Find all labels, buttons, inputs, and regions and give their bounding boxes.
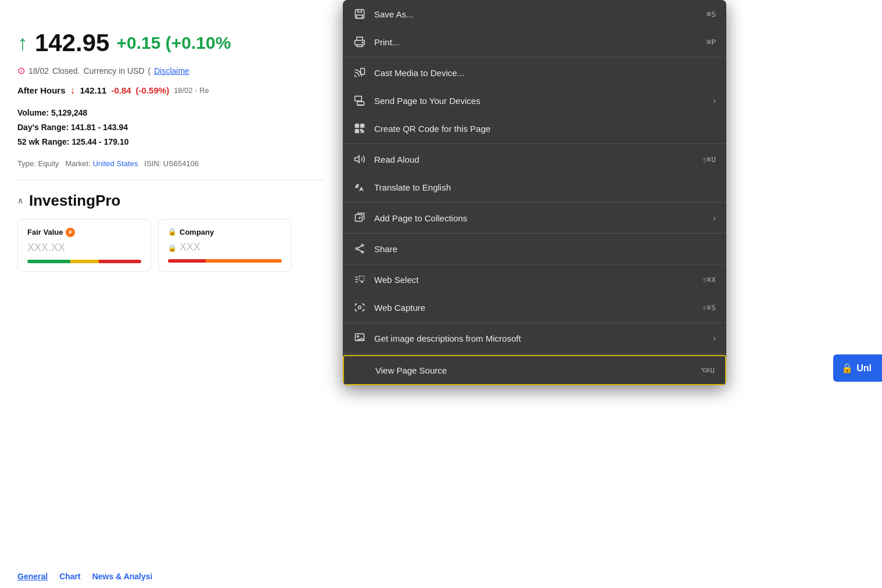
- lock-icon-2: 🔒: [168, 244, 177, 252]
- menu-item-web-select[interactable]: Web Select ⇧⌘X: [343, 266, 726, 293]
- svg-point-14: [356, 248, 357, 249]
- svg-rect-4: [355, 96, 362, 101]
- menu-item-add-collections[interactable]: Add Page to Collections ›: [343, 204, 726, 232]
- market-link[interactable]: United States: [92, 159, 138, 168]
- cast-media-label: Cast Media to Device...: [374, 68, 716, 78]
- svg-point-13: [361, 245, 363, 246]
- save-as-label: Save As...: [374, 9, 698, 19]
- svg-point-2: [362, 42, 363, 43]
- fair-value-value: XXX.XX: [27, 242, 141, 254]
- unlock-button[interactable]: 🔒 Unl: [833, 354, 882, 382]
- print-shortcut: ⌘P: [707, 38, 716, 46]
- stock-price: 142.95: [35, 29, 109, 57]
- save-icon: [353, 8, 366, 20]
- save-as-shortcut: ⌘S: [707, 10, 716, 19]
- image-descriptions-chevron-icon: ›: [713, 334, 716, 343]
- svg-rect-9: [361, 125, 363, 127]
- section-title: InvestingPro: [29, 192, 120, 210]
- translate-icon: [353, 181, 366, 193]
- menu-item-print[interactable]: Print... ⌘P: [343, 28, 726, 56]
- pro-badge: P: [66, 228, 75, 237]
- speaker-icon: [353, 153, 366, 166]
- web-select-icon: [353, 273, 366, 286]
- svg-point-19: [357, 336, 359, 338]
- send-page-chevron-icon: ›: [713, 96, 716, 105]
- divider-5: [343, 264, 726, 264]
- svg-point-17: [358, 306, 361, 309]
- lock-icon-unlock: 🔒: [841, 363, 853, 374]
- menu-item-send-page[interactable]: Send Page to Your Devices ›: [343, 87, 726, 114]
- collections-icon: [353, 211, 366, 224]
- days-range-row: Day's Range: 141.81 - 143.94: [17, 120, 325, 135]
- section-header: ∧ InvestingPro: [17, 192, 325, 210]
- translate-label: Translate to English: [374, 182, 716, 192]
- context-menu: Save As... ⌘S Print... ⌘P Cast Media to: [343, 0, 726, 385]
- bottom-nav: General Chart News & Analysi: [0, 565, 343, 588]
- nav-chart[interactable]: Chart: [59, 572, 81, 581]
- page-background: ↑ 142.95 +0.15 (+0.10% ⊙ 18/02 Closed. C…: [0, 0, 343, 588]
- menu-item-web-capture[interactable]: Web Capture ⇧⌘S: [343, 293, 726, 321]
- menu-item-share[interactable]: Share: [343, 235, 726, 263]
- share-label: Share: [374, 244, 716, 254]
- divider-3: [343, 202, 726, 203]
- image-descriptions-label: Get image descriptions from Microsoft: [374, 334, 700, 343]
- send-icon: [353, 94, 366, 107]
- cards-row: Fair Value P XXX.XX 🔒 Company 🔒 XXX: [17, 219, 325, 272]
- menu-item-image-descriptions[interactable]: Get image descriptions from Microsoft ›: [343, 324, 726, 352]
- read-aloud-label: Read Aloud: [374, 155, 694, 164]
- divider-7: [343, 353, 726, 354]
- divider-2: [343, 144, 726, 144]
- svg-rect-16: [359, 276, 364, 281]
- nav-general[interactable]: General: [17, 572, 48, 581]
- web-capture-label: Web Capture: [374, 303, 694, 313]
- print-icon: [353, 35, 366, 48]
- menu-item-view-source[interactable]: View Page Source ⌥⌘U: [343, 355, 726, 385]
- 52wk-range-row: 52 wk Range: 125.44 - 179.10: [17, 135, 325, 149]
- status-text: Closed.: [52, 66, 80, 76]
- company-value: 🔒 XXX: [168, 241, 282, 253]
- meta-row: ⊙ 18/02 Closed. Currency in USD (Disclai…: [17, 65, 325, 76]
- menu-item-translate[interactable]: Translate to English: [343, 173, 726, 201]
- menu-item-save-as[interactable]: Save As... ⌘S: [343, 0, 726, 28]
- stats-block: Volume: 5,129,248 Day's Range: 141.81 - …: [17, 106, 325, 150]
- stock-price-row: ↑ 142.95 +0.15 (+0.10%: [17, 29, 325, 57]
- after-hours-row: After Hours ↓ 142.11 -0.84 (-0.59%) 18/0…: [17, 84, 325, 96]
- divider-4: [343, 233, 726, 234]
- cast-icon: [353, 66, 366, 79]
- volume-row: Volume: 5,129,248: [17, 106, 325, 120]
- add-collections-chevron-icon: ›: [713, 213, 716, 223]
- web-capture-icon: [353, 301, 366, 314]
- disclaimer-link[interactable]: Disclaime: [154, 66, 189, 76]
- read-aloud-shortcut: ⇧⌘U: [702, 155, 716, 164]
- menu-item-read-aloud[interactable]: Read Aloud ⇧⌘U: [343, 145, 726, 173]
- fair-value-card: Fair Value P XXX.XX: [17, 219, 151, 272]
- share-icon: [353, 242, 366, 255]
- menu-item-cast-media[interactable]: Cast Media to Device...: [343, 59, 726, 87]
- up-arrow-icon: ↑: [17, 33, 28, 53]
- view-source-label: View Page Source: [375, 365, 693, 375]
- company-card: 🔒 Company 🔒 XXX: [158, 219, 292, 272]
- web-select-label: Web Select: [374, 275, 694, 285]
- qr-icon: [353, 122, 366, 135]
- svg-rect-11: [356, 130, 358, 132]
- fair-value-title: Fair Value P: [27, 228, 141, 237]
- view-source-shortcut: ⌥⌘U: [701, 366, 715, 375]
- company-progress: [168, 259, 282, 263]
- investing-pro-section: ∧ InvestingPro Fair Value P XXX.XX 🔒: [17, 192, 325, 272]
- create-qr-label: Create QR Code for this Page: [374, 124, 716, 134]
- company-card-title: 🔒 Company: [168, 228, 282, 236]
- collapse-chevron-icon[interactable]: ∧: [17, 196, 23, 205]
- divider: [17, 180, 325, 180]
- menu-item-create-qr[interactable]: Create QR Code for this Page: [343, 114, 726, 142]
- clock-icon: ⊙: [17, 65, 25, 76]
- svg-rect-7: [356, 125, 358, 127]
- web-select-shortcut: ⇧⌘X: [702, 275, 716, 284]
- type-row: Type: Equity Market: United States ISIN:…: [17, 159, 325, 168]
- web-capture-shortcut: ⇧⌘S: [702, 303, 716, 312]
- send-page-label: Send Page to Your Devices: [374, 96, 700, 106]
- add-collections-label: Add Page to Collections: [374, 213, 700, 223]
- nav-news-analysis[interactable]: News & Analysi: [92, 572, 153, 581]
- divider-1: [343, 57, 726, 58]
- print-label: Print...: [374, 37, 698, 47]
- down-arrow-icon: ↓: [70, 84, 76, 96]
